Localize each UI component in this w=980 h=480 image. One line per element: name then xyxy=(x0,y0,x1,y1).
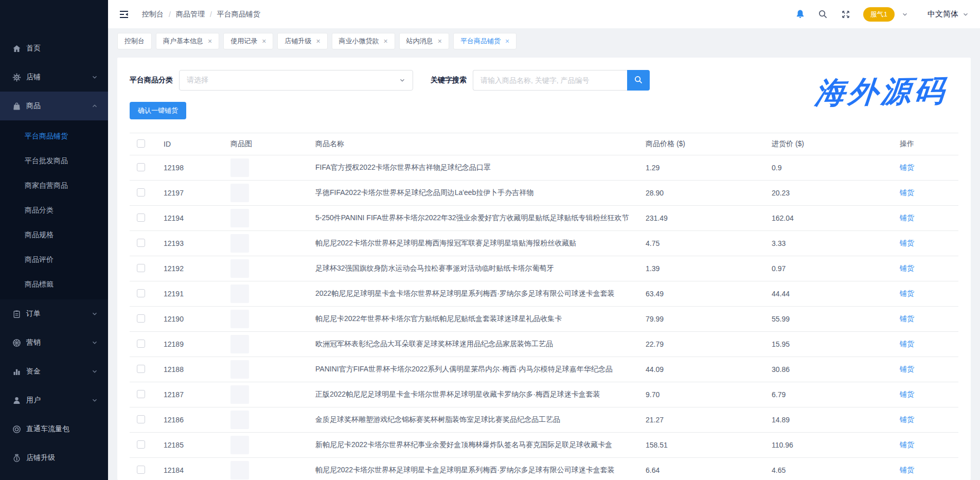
distribute-link[interactable]: 铺货 xyxy=(900,289,914,297)
table-row: 121945-250件PANINI FIFA世界杯卡塔尔2022年32强业余爱好… xyxy=(130,206,958,231)
sidebar-item-traffic[interactable]: 直通车流量包 xyxy=(0,415,108,443)
keyword-search-input[interactable] xyxy=(473,70,627,91)
distribute-link[interactable]: 铺货 xyxy=(900,314,914,323)
distribute-link[interactable]: 铺货 xyxy=(900,340,914,348)
user-icon xyxy=(12,396,21,405)
product-image xyxy=(230,184,249,202)
sidebar-item-shop[interactable]: 店铺 xyxy=(0,63,108,92)
distribute-link[interactable]: 铺货 xyxy=(900,440,914,449)
filter-row: 平台商品分类 请选择 关键字搜索 xyxy=(130,70,958,91)
product-name: 金质足球奖杯雕塑游戏纪念锦标赛奖杯树脂装饰室足球比赛奖品纪念品工艺品 xyxy=(307,415,637,424)
user-badge[interactable]: 服气1 xyxy=(863,7,895,22)
sidebar-item-funds[interactable]: 资金 xyxy=(0,357,108,386)
product-price: 63.49 xyxy=(637,290,763,298)
tab-close-icon[interactable]: × xyxy=(384,38,388,45)
tab-店铺升级[interactable]: 店铺升级× xyxy=(277,33,327,49)
row-checkbox[interactable] xyxy=(137,264,145,272)
product-name: 新帕尼尼卡2022卡塔尔世界杯纪事业余爱好盒顶梅林爆炸队签名马赛克国际足联足球收… xyxy=(307,440,637,450)
sidebar-subitem-商品评价[interactable]: 商品评价 xyxy=(0,247,108,272)
breadcrumb-item[interactable]: 控制台 xyxy=(142,10,164,19)
row-checkbox[interactable] xyxy=(137,239,145,247)
row-checkbox[interactable] xyxy=(137,214,145,222)
distribute-link[interactable]: 铺货 xyxy=(900,390,914,398)
product-id: 12192 xyxy=(155,264,222,273)
distribute-link[interactable]: 铺货 xyxy=(900,365,914,373)
breadcrumb-separator: / xyxy=(210,10,212,19)
search-button[interactable] xyxy=(627,70,650,91)
row-checkbox[interactable] xyxy=(137,314,145,323)
product-price: 4.75 xyxy=(637,239,763,247)
sidebar-item-label: 用户 xyxy=(26,396,92,405)
category-select[interactable]: 请选择 xyxy=(179,70,413,91)
product-image xyxy=(230,234,249,253)
table-row: 12184帕尼尼2022卡塔尔世界杯足球明星卡盒足球明星系列梅西·罗纳尔多足球有… xyxy=(130,458,958,480)
distribute-link[interactable]: 铺货 xyxy=(900,163,914,171)
fullscreen-icon[interactable] xyxy=(841,9,851,20)
row-checkbox[interactable] xyxy=(137,415,145,423)
sidebar-subitem-商品標籤[interactable]: 商品標籤 xyxy=(0,272,108,296)
sidebar-item-orders[interactable]: 订单 xyxy=(0,299,108,328)
row-checkbox[interactable] xyxy=(137,365,145,373)
breadcrumb-item[interactable]: 平台商品铺货 xyxy=(217,10,260,19)
distribute-link[interactable]: 铺货 xyxy=(900,415,914,423)
row-checkbox[interactable] xyxy=(137,289,145,297)
row-checkbox[interactable] xyxy=(137,440,145,449)
tab-平台商品铺货[interactable]: 平台商品铺货× xyxy=(453,33,516,49)
row-checkbox[interactable] xyxy=(137,390,145,398)
tab-商业小微贷款[interactable]: 商业小微贷款× xyxy=(332,33,395,49)
confirm-distribute-button[interactable]: 确认一键铺货 xyxy=(130,102,186,119)
tab-close-icon[interactable]: × xyxy=(505,38,509,45)
sidebar-subitem-商品规格[interactable]: 商品规格 xyxy=(0,222,108,247)
row-checkbox[interactable] xyxy=(137,188,145,197)
language-selector[interactable]: 中文简体 xyxy=(928,9,969,19)
row-checkbox[interactable] xyxy=(137,163,145,171)
product-price: 22.79 xyxy=(637,340,763,348)
purchase-price: 44.44 xyxy=(763,290,892,298)
sidebar-subitem-商品分类[interactable]: 商品分类 xyxy=(0,198,108,222)
table-header: ID商品图商品名称商品价格 ($)进货价 ($)操作 xyxy=(130,133,958,155)
sidebar-item-users[interactable]: 用户 xyxy=(0,386,108,415)
distribute-link[interactable]: 铺货 xyxy=(900,188,914,197)
distribute-link[interactable]: 铺货 xyxy=(900,264,914,272)
search-icon[interactable] xyxy=(818,9,828,20)
sidebar-subitem-平台批发商品[interactable]: 平台批发商品 xyxy=(0,148,108,173)
distribute-link[interactable]: 铺货 xyxy=(900,239,914,247)
sidebar-item-goods[interactable]: 商品 xyxy=(0,92,108,120)
row-checkbox[interactable] xyxy=(137,466,145,474)
sidebar-subitem-商家自营商品[interactable]: 商家自营商品 xyxy=(0,173,108,198)
row-checkbox[interactable] xyxy=(137,340,145,348)
tab-close-icon[interactable]: × xyxy=(208,38,212,45)
distribute-link[interactable]: 铺货 xyxy=(900,214,914,222)
chevron-down-icon xyxy=(92,311,98,317)
product-id: 12186 xyxy=(155,416,222,424)
select-all-checkbox[interactable] xyxy=(137,139,145,148)
tab-控制台[interactable]: 控制台 xyxy=(117,33,152,49)
tab-商户基本信息[interactable]: 商户基本信息× xyxy=(156,33,219,49)
product-name: 帕尼尼2022卡塔尔世界杯足球明星卡盒足球明星系列梅西·罗纳尔多足球有限公司球迷… xyxy=(307,466,637,475)
tab-使用记录[interactable]: 使用记录× xyxy=(223,33,273,49)
tab-close-icon[interactable]: × xyxy=(262,38,266,45)
distribute-link[interactable]: 铺货 xyxy=(900,466,914,474)
table-row: 12190帕尼尼卡2022年世界杯卡塔尔官方贴纸帕尼尼贴纸盒套装球迷球星礼品收集… xyxy=(130,307,958,332)
sidebar-item-marketing[interactable]: 营销 xyxy=(0,328,108,357)
column-header: 商品价格 ($) xyxy=(637,139,763,149)
tab-close-icon[interactable]: × xyxy=(316,38,320,45)
chevron-down-icon xyxy=(92,74,98,80)
user-menu[interactable]: 服气1 xyxy=(863,7,908,22)
product-id: 12191 xyxy=(155,290,222,298)
column-header: 进货价 ($) xyxy=(763,139,892,149)
sidebar-item-upgrade[interactable]: 店铺升级 xyxy=(0,443,108,472)
product-image xyxy=(230,360,249,379)
sidebar-item-home[interactable]: 首页 xyxy=(0,34,108,63)
column-header: ID xyxy=(155,140,222,148)
breadcrumb-item[interactable]: 商品管理 xyxy=(176,10,205,19)
tab-站内消息[interactable]: 站内消息× xyxy=(399,33,449,49)
purchase-price: 0.97 xyxy=(763,264,892,273)
product-id: 12194 xyxy=(155,214,222,222)
sidebar-subitem-平台商品铺货[interactable]: 平台商品铺货 xyxy=(0,123,108,148)
keyword-search-group xyxy=(473,70,650,91)
notification-bell-icon[interactable] xyxy=(795,9,806,20)
menu-fold-icon[interactable] xyxy=(117,8,131,21)
tab-close-icon[interactable]: × xyxy=(438,38,442,45)
product-id: 12197 xyxy=(155,189,222,197)
